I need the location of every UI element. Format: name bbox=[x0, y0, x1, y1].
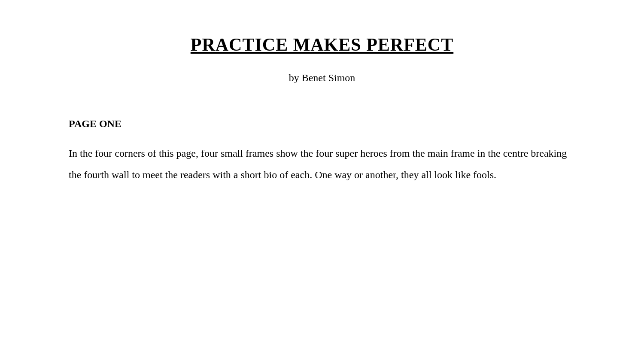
page-container: PRACTICE MAKES PERFECT by Benet Simon PA… bbox=[0, 0, 644, 337]
author-line: by Benet Simon bbox=[69, 72, 575, 84]
section-label: PAGE ONE bbox=[69, 118, 575, 130]
title-section: PRACTICE MAKES PERFECT by Benet Simon bbox=[69, 34, 575, 84]
main-title: PRACTICE MAKES PERFECT bbox=[191, 34, 453, 55]
body-text: In the four corners of this page, four s… bbox=[69, 143, 575, 186]
content-section: PAGE ONE In the four corners of this pag… bbox=[69, 118, 575, 186]
